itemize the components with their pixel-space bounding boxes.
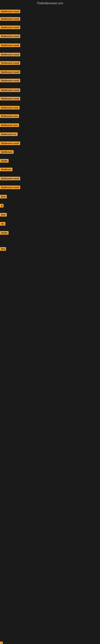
bottleneck-result-row: Bott xyxy=(0,195,7,199)
bottleneck-result-row: Bottleneck result xyxy=(0,177,20,181)
bottleneck-result-row: Bottle xyxy=(0,231,9,236)
bottleneck-result-row: | xyxy=(0,642,3,644)
bottleneck-result-row: Bo xyxy=(0,222,5,226)
bottleneck-result-badge[interactable]: Bottleneck result xyxy=(0,17,20,21)
bottleneck-result-row: Bottleneck resu xyxy=(0,114,19,119)
bottleneck-result-row: Bottleneck result xyxy=(0,53,20,57)
bottleneck-result-row: Bottle xyxy=(0,159,9,164)
bottleneck-result-badge[interactable]: Bottle xyxy=(0,159,9,162)
bottleneck-result-row: Bottleneck result xyxy=(0,17,20,22)
bottleneck-result-badge[interactable]: | xyxy=(0,642,3,644)
bottleneck-result-row: B xyxy=(0,204,3,208)
bottleneck-result-row: Bottlenec xyxy=(0,168,12,172)
bottleneck-result-badge[interactable]: Bottleneck resu xyxy=(0,123,19,127)
bottleneck-result-badge[interactable]: Bottleneck result xyxy=(0,26,20,29)
bottleneck-result-badge[interactable]: Bottle xyxy=(0,231,9,235)
bottleneck-result-badge[interactable]: Bottleneck result xyxy=(0,61,20,65)
bottleneck-result-badge[interactable]: Bottleneck result xyxy=(0,44,20,47)
bottleneck-result-badge[interactable]: Bottleneck result xyxy=(0,177,20,180)
bottleneck-result-badge[interactable]: Bottleneck result xyxy=(0,88,20,92)
bottleneck-result-badge[interactable]: Bottleneck result xyxy=(0,79,20,82)
bottleneck-result-row: Bot xyxy=(0,247,6,252)
bottleneck-result-row: Bottleneck result xyxy=(0,97,20,101)
bottleneck-result-badge[interactable]: Bottleneck resu xyxy=(0,114,19,118)
bottleneck-result-row: Bottleneck result xyxy=(0,10,20,14)
bottleneck-result-badge[interactable]: Bottlenec xyxy=(0,168,12,171)
bottleneck-result-badge[interactable]: Bottleneck result xyxy=(0,70,20,74)
bottleneck-result-row: Bott xyxy=(0,213,7,217)
bottleneck-result-badge[interactable]: Bottleneck result xyxy=(0,10,20,13)
bottleneck-result-badge[interactable]: B xyxy=(0,204,3,208)
bottleneck-result-row: Bottleneck result xyxy=(0,88,20,93)
bottleneck-result-row: Bottleneck res xyxy=(0,132,18,137)
bottleneck-result-row: Bottleneck xyxy=(0,150,14,154)
bottleneck-result-badge[interactable]: Bottleneck result xyxy=(0,53,20,56)
bottleneck-result-row: Bottleneck result xyxy=(0,26,20,30)
bottleneck-result-row: Bottleneck result xyxy=(0,34,20,39)
bottleneck-result-row: Bottleneck resul xyxy=(0,106,20,110)
bottleneck-result-row: Bottleneck result xyxy=(0,79,20,83)
bottleneck-result-badge[interactable]: Bottleneck result xyxy=(0,34,20,38)
bottleneck-result-badge[interactable]: Bottleneck xyxy=(0,150,14,154)
bottleneck-result-row: Bottleneck resu xyxy=(0,123,19,128)
bottleneck-result-row: Bottleneck result xyxy=(0,44,20,48)
bottleneck-result-badge[interactable]: Bottleneck result xyxy=(0,142,20,145)
bottleneck-result-badge[interactable]: Bot xyxy=(0,247,6,251)
bottleneck-result-row: Bottleneck result xyxy=(0,70,20,75)
site-title: TheBottlenecker.com xyxy=(0,0,100,6)
bottleneck-result-badge[interactable]: Bott xyxy=(0,195,7,198)
bottleneck-result-badge[interactable]: Bott xyxy=(0,213,7,216)
bottleneck-result-row: Bottleneck result xyxy=(0,186,20,190)
bottleneck-result-row: Bottleneck result xyxy=(0,61,20,66)
bottleneck-result-badge[interactable]: Bottleneck res xyxy=(0,132,18,136)
bottleneck-result-badge[interactable]: Bo xyxy=(0,222,5,226)
bottleneck-result-badge[interactable]: Bottleneck result xyxy=(0,97,20,100)
bottleneck-result-badge[interactable]: Bottleneck result xyxy=(0,186,20,189)
bottleneck-result-badge[interactable]: Bottleneck resul xyxy=(0,106,20,110)
bottleneck-result-row: Bottleneck result xyxy=(0,142,20,146)
